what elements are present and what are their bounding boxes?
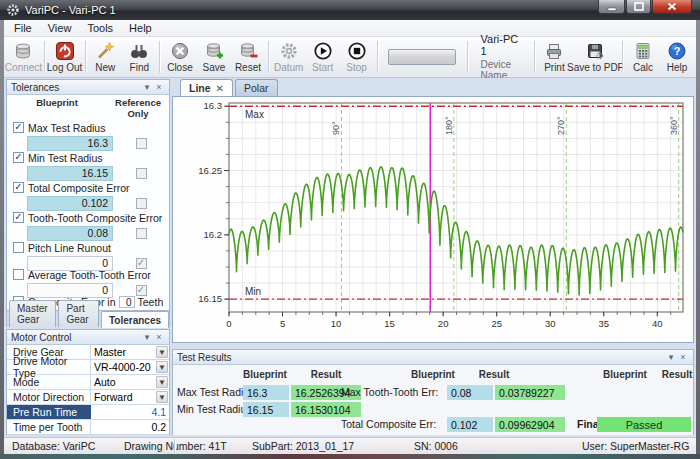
reset-button-label: Reset xyxy=(235,62,261,73)
blueprint-value-field[interactable]: 0.102 xyxy=(27,196,113,211)
reference-only-checkbox[interactable] xyxy=(136,228,147,239)
time-per-tooth-input[interactable]: 0.2 xyxy=(91,420,169,434)
drive-motor-type-dropdown[interactable]: VR-4000-20▼ xyxy=(91,360,169,374)
dropdown-arrow-icon[interactable]: ▼ xyxy=(156,346,168,358)
pre-run-time-input[interactable]: 4.1 xyxy=(91,405,169,419)
maximize-button[interactable] xyxy=(626,0,651,14)
tolerances-panel-header: Tolerances ▾ × xyxy=(7,80,169,95)
menu-file[interactable]: File xyxy=(6,21,40,35)
menu-help[interactable]: Help xyxy=(121,21,160,35)
close-icon[interactable]: × xyxy=(677,351,689,363)
svg-text:16.15: 16.15 xyxy=(198,293,222,304)
svg-text:16.3: 16.3 xyxy=(204,100,223,111)
result-header: Result xyxy=(662,369,693,380)
help-circle-icon: ? xyxy=(667,40,688,61)
collapse-icon[interactable]: ▾ xyxy=(141,331,153,343)
reference-only-checkbox[interactable] xyxy=(136,258,147,269)
blueprint-value-field[interactable]: 16.3 xyxy=(27,136,113,151)
device-name-block: Vari-PC 1Device Name xyxy=(481,38,521,76)
start-button-label: Start xyxy=(312,62,333,73)
calc-button[interactable]: Calc xyxy=(626,38,660,76)
save-to-pdf-button[interactable]: Save to PDF xyxy=(571,38,619,76)
tolerance-enable-checkbox[interactable] xyxy=(13,152,24,163)
find-button[interactable]: Find xyxy=(122,38,156,76)
blueprint-value-field[interactable]: 0.08 xyxy=(27,226,113,241)
motor-direction-dropdown[interactable]: Forward▼ xyxy=(91,390,169,404)
test-results-panel-header: Test Results ▾ × xyxy=(173,350,693,365)
drive-gear-dropdown[interactable]: Master▼ xyxy=(91,345,169,359)
minimize-button[interactable] xyxy=(598,0,625,14)
blueprint-header: Blueprint xyxy=(243,369,287,380)
svg-text:15: 15 xyxy=(384,318,395,329)
device-name: Vari-PC 1 xyxy=(481,33,521,57)
motor-row-mode: ModeAuto▼ xyxy=(7,375,169,390)
left-panel-tab-strip: Master GearPart GearTolerances xyxy=(7,310,169,327)
tolerance-enable-checkbox[interactable] xyxy=(13,182,24,193)
dropdown-arrow-icon[interactable]: ▼ xyxy=(156,361,168,373)
svg-text:360°: 360° xyxy=(669,116,679,135)
reference-only-column-header: Reference Only xyxy=(107,97,169,119)
close-icon[interactable]: × xyxy=(153,81,165,93)
log-out-button[interactable]: Log Out xyxy=(48,38,82,76)
toolbar-separator xyxy=(159,41,160,73)
save-plus-icon xyxy=(203,40,224,61)
reference-only-checkbox[interactable] xyxy=(136,198,147,209)
blueprint-value-field[interactable]: 16.15 xyxy=(27,166,113,181)
new-button[interactable]: New xyxy=(88,38,122,76)
find-button-label: Find xyxy=(130,62,149,73)
motor-control-panel-title: Motor Control xyxy=(11,332,141,343)
chart-tab-line[interactable]: Line✕ xyxy=(180,79,233,96)
chart-tab-polar[interactable]: Polar xyxy=(235,79,278,96)
status-user: User: SuperMaster-RG xyxy=(582,440,689,452)
svg-text:5: 5 xyxy=(280,318,285,329)
status-divider xyxy=(174,439,175,453)
reference-only-checkbox[interactable] xyxy=(136,285,147,296)
datum-button: Datum xyxy=(272,38,306,76)
status-drawing-number: Drawing Number: 41T xyxy=(124,440,227,452)
dropdown-arrow-icon[interactable]: ▼ xyxy=(156,391,168,403)
close-button[interactable]: Close xyxy=(163,38,197,76)
line-chart-canvas[interactable]: 90°180°270°360°MaxMin051015202530354016.… xyxy=(173,97,693,342)
svg-text:16.2: 16.2 xyxy=(204,229,223,240)
teeth-count-input[interactable]: 0 xyxy=(119,296,135,308)
tab-close-icon[interactable]: ✕ xyxy=(216,83,224,94)
tab-master-gear[interactable]: Master Gear xyxy=(9,300,56,327)
svg-text:16.25: 16.25 xyxy=(198,165,222,176)
close-window-button[interactable] xyxy=(652,0,692,14)
tab-part-gear[interactable]: Part Gear xyxy=(58,300,99,327)
reset-button[interactable]: Reset xyxy=(231,38,265,76)
collapse-icon[interactable]: ▾ xyxy=(665,351,677,363)
help-button[interactable]: ?Help xyxy=(660,38,694,76)
menu-view[interactable]: View xyxy=(40,21,80,35)
stop-button: Stop xyxy=(340,38,374,76)
close-icon[interactable]: × xyxy=(153,331,165,343)
status-sn: SN: 0006 xyxy=(414,440,458,452)
magic-wand-icon xyxy=(95,40,116,61)
test-results-panel-title: Test Results xyxy=(177,352,665,363)
collapse-icon[interactable]: ▾ xyxy=(141,81,153,93)
reference-only-checkbox[interactable] xyxy=(136,168,147,179)
menu-tools[interactable]: Tools xyxy=(79,21,121,35)
start-button: Start xyxy=(306,38,340,76)
reference-only-checkbox[interactable] xyxy=(136,138,147,149)
tab-tolerances[interactable]: Tolerances xyxy=(101,311,169,328)
log-out-button-label: Log Out xyxy=(47,62,83,73)
save-button[interactable]: Save xyxy=(197,38,231,76)
result-row-label: Max Tooth-Tooth Err: xyxy=(341,386,438,398)
final-result-value: Passed xyxy=(597,417,691,432)
svg-text:30: 30 xyxy=(545,318,556,329)
svg-text:Max: Max xyxy=(245,109,264,120)
tolerance-enable-checkbox[interactable] xyxy=(13,212,24,223)
dropdown-arrow-icon[interactable]: ▼ xyxy=(156,376,168,388)
tolerance-label: Pitch Line Runout xyxy=(28,242,111,254)
result-header: Result xyxy=(479,369,510,380)
tolerance-enable-checkbox[interactable] xyxy=(13,122,24,133)
tolerance-enable-checkbox[interactable] xyxy=(13,242,24,253)
new-button-label: New xyxy=(95,62,115,73)
mode-dropdown[interactable]: Auto▼ xyxy=(91,375,169,389)
title-bar[interactable]: VariPC - Vari-PC 1 xyxy=(0,0,700,20)
svg-text:40: 40 xyxy=(652,318,663,329)
svg-text:10: 10 xyxy=(331,318,342,329)
svg-text:20: 20 xyxy=(438,318,449,329)
tolerance-enable-checkbox[interactable] xyxy=(13,269,24,280)
